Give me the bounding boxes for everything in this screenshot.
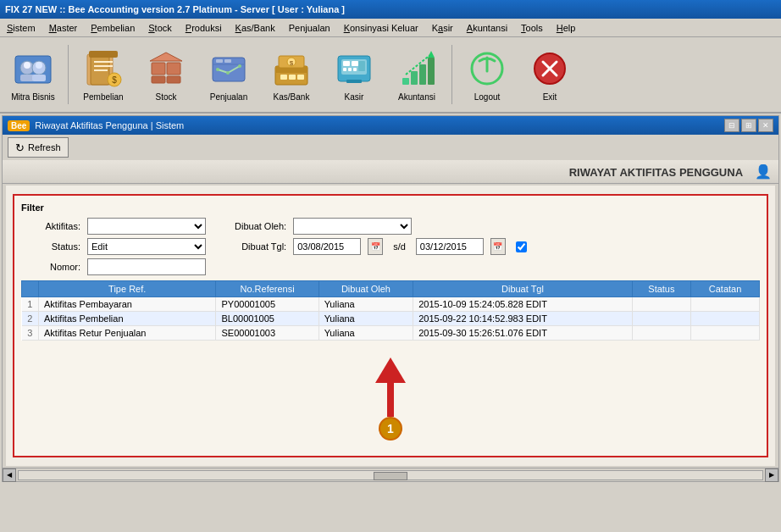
- nomor-input[interactable]: [87, 258, 206, 275]
- stock-icon: [146, 48, 186, 89]
- cell-no-ref-2: SE00001003: [216, 326, 318, 341]
- date-checkbox[interactable]: [516, 241, 527, 252]
- cell-status-0: [632, 297, 690, 312]
- cell-tipe-ref-2: Aktifitas Retur Penjualan: [39, 326, 216, 341]
- scroll-thumb[interactable]: [374, 472, 407, 480]
- page-header: RIWAYAT AKTIFITAS PENGGUNA 👤: [3, 160, 778, 184]
- penjualan-icon: [208, 48, 249, 89]
- title-text: FIX 27 NEW :: Bee Accounting version 2.7…: [5, 4, 345, 14]
- toolbar-pembelian[interactable]: $ Pembelian: [74, 41, 133, 108]
- sd-label: s/d: [393, 241, 406, 252]
- date-to-input[interactable]: [416, 238, 484, 255]
- exit-label: Exit: [543, 92, 557, 102]
- pembelian-icon: $: [83, 48, 124, 89]
- data-table: Tipe Ref. No.Referensi Dibuat Oleh Dibua…: [21, 280, 760, 341]
- menu-pembelian[interactable]: Pembelian: [84, 21, 141, 35]
- svg-rect-5: [20, 75, 34, 81]
- svg-rect-17: [152, 76, 165, 83]
- svg-rect-37: [352, 61, 358, 66]
- minimize-button[interactable]: ⊟: [724, 119, 739, 132]
- svg-rect-43: [402, 78, 409, 85]
- cell-dibuat-tgl-0: 2015-10-09 15:24:05.828 EDIT: [413, 297, 632, 312]
- menu-help[interactable]: Help: [550, 21, 583, 35]
- toolbar-mitra-bisnis[interactable]: Mitra Bisnis: [3, 41, 63, 108]
- arrow-stem: [387, 383, 394, 417]
- menu-sistem[interactable]: Sistem: [0, 21, 42, 35]
- status-select[interactable]: Edit: [87, 238, 206, 255]
- logout-label: Logout: [474, 92, 501, 102]
- svg-rect-33: [297, 75, 304, 80]
- dibuat-oleh-label: Dibuat Oleh:: [227, 221, 286, 231]
- cell-dibuat-tgl-1: 2015-09-22 10:14:52.983 EDIT: [413, 312, 632, 326]
- table-row[interactable]: 3 Aktifitas Retur Penjualan SE00001003 Y…: [22, 326, 760, 341]
- svg-point-4: [36, 62, 42, 69]
- cell-no-ref-1: BL00001005: [216, 312, 318, 326]
- toolbar-logout[interactable]: Logout: [457, 41, 517, 108]
- mitra-bisnis-icon: [13, 48, 53, 89]
- maximize-button[interactable]: ⊞: [741, 119, 756, 132]
- content-area: Filter Aktifitas: Dibuat Oleh: Status: E…: [6, 186, 775, 466]
- col-catatan: Catatan: [691, 281, 760, 297]
- svg-rect-41: [358, 61, 365, 71]
- menu-akuntansi[interactable]: Akuntansi: [460, 21, 514, 35]
- scroll-right[interactable]: ▶: [765, 468, 778, 482]
- scroll-left[interactable]: ◀: [3, 468, 16, 482]
- svg-point-23: [216, 68, 219, 71]
- menu-kasir[interactable]: Kasir: [425, 21, 460, 35]
- svg-rect-9: [89, 51, 118, 58]
- menu-tools[interactable]: Tools: [514, 21, 550, 35]
- svg-rect-40: [353, 68, 357, 71]
- cell-catatan-2: [691, 326, 760, 341]
- svg-text:$: $: [112, 75, 117, 85]
- toolbar-kasbank[interactable]: $ Kas/Bank: [262, 41, 321, 108]
- filter-row-1: Aktifitas: Dibuat Oleh:: [21, 218, 760, 235]
- aktifitas-select[interactable]: [87, 218, 206, 235]
- dibuat-oleh-select[interactable]: [293, 218, 412, 235]
- cell-dibuat-oleh-2: Yuliana: [318, 326, 413, 341]
- svg-rect-45: [419, 64, 426, 85]
- menu-penjualan[interactable]: Penjualan: [282, 21, 337, 35]
- table-row[interactable]: 1 Aktifitas Pembayaran PY00001005 Yulian…: [22, 297, 760, 312]
- logout-icon: [467, 48, 507, 89]
- col-dibuat-tgl: Dibuat Tgl: [413, 281, 632, 297]
- close-button[interactable]: ✕: [758, 119, 773, 132]
- cell-dibuat-tgl-2: 2015-09-30 15:26:51.076 EDIT: [413, 326, 632, 341]
- cell-tipe-ref-1: Aktifitas Pembelian: [39, 312, 216, 326]
- toolbar-exit[interactable]: Exit: [520, 41, 579, 108]
- menu-konsinyasi[interactable]: Konsinyasi Keluar: [337, 21, 425, 35]
- toolbar: Mitra Bisnis $ Pembelian: [0, 37, 781, 114]
- akuntansi-icon: [396, 48, 437, 89]
- date-to-picker[interactable]: 📅: [490, 238, 506, 255]
- menu-kasbank[interactable]: Kas/Bank: [229, 21, 282, 35]
- kasir-icon: [334, 48, 374, 89]
- table-row[interactable]: 2 Aktifitas Pembelian BL00001005 Yuliana…: [22, 312, 760, 326]
- menu-stock[interactable]: Stock: [141, 21, 179, 35]
- toolbar-kasir[interactable]: Kasir: [324, 41, 384, 108]
- refresh-button[interactable]: ↻ Refresh: [8, 137, 69, 158]
- menu-produksi[interactable]: Produksi: [179, 21, 229, 35]
- annotation-container: 1: [21, 341, 760, 449]
- cell-no-ref-0: PY00001005: [216, 297, 318, 312]
- scroll-track[interactable]: [18, 470, 763, 480]
- bee-logo: Bee: [8, 120, 30, 131]
- kasbank-label: Kas/Bank: [274, 92, 310, 102]
- date-from-input[interactable]: [293, 238, 361, 255]
- svg-rect-12: [94, 69, 108, 71]
- cell-num-2: 3: [22, 326, 39, 341]
- menu-master[interactable]: Master: [42, 21, 85, 35]
- cell-status-1: [632, 312, 690, 326]
- svg-rect-31: [280, 75, 287, 80]
- date-from-picker[interactable]: 📅: [368, 238, 383, 255]
- toolbar-sep-1: [68, 45, 69, 104]
- toolbar-stock[interactable]: Stock: [136, 41, 196, 108]
- col-status: Status: [632, 281, 690, 297]
- toolbar-penjualan[interactable]: Penjualan: [199, 41, 258, 108]
- toolbar-akuntansi[interactable]: Akuntansi: [387, 41, 446, 108]
- nomor-label: Nomor:: [21, 262, 80, 272]
- aktifitas-label: Aktifitas:: [21, 221, 80, 231]
- svg-rect-46: [428, 58, 435, 85]
- kasbank-icon: $: [271, 48, 312, 89]
- svg-rect-16: [167, 63, 180, 75]
- cell-catatan-0: [691, 297, 760, 312]
- sub-window-title-text: Riwayat Aktifitas Pengguna | Sistem: [35, 120, 184, 130]
